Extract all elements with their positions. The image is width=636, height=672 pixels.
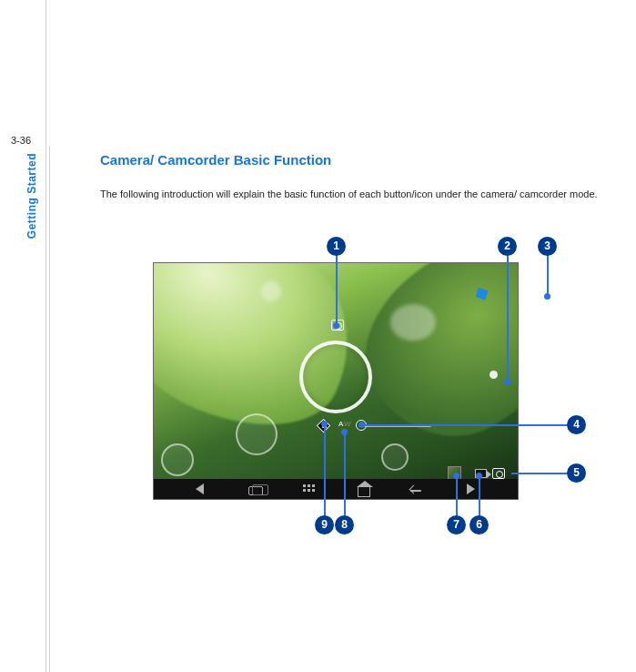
callout-leader-line bbox=[479, 475, 480, 517]
document-page: 3-36 Getting Started Camera/ Camcorder B… bbox=[0, 0, 636, 672]
android-nav-bar bbox=[154, 479, 518, 499]
figure-area: 1 2 3 4 5 6 7 8 9 bbox=[153, 246, 519, 515]
divider-line bbox=[49, 146, 50, 672]
focus-ring-icon bbox=[299, 341, 372, 413]
home-icon bbox=[358, 486, 370, 497]
intro-paragraph: The following introduction will explain … bbox=[100, 184, 636, 205]
callout-badge-2: 2 bbox=[498, 237, 517, 256]
background-decor bbox=[390, 304, 436, 341]
apps-grid-icon bbox=[303, 484, 318, 497]
page-number: 3-36 bbox=[11, 135, 31, 146]
callout-leader-line bbox=[336, 255, 338, 324]
callout-badge-7: 7 bbox=[447, 515, 466, 535]
callout-badge-3: 3 bbox=[538, 237, 557, 256]
background-decor bbox=[261, 281, 281, 301]
callout-badge-6: 6 bbox=[469, 515, 489, 535]
bokeh-circle bbox=[381, 443, 409, 471]
divider-line bbox=[45, 0, 46, 672]
bokeh-circle bbox=[161, 443, 194, 476]
callout-dot bbox=[341, 429, 348, 435]
bokeh-circle bbox=[236, 413, 278, 455]
callout-dot bbox=[476, 473, 482, 479]
callout-dot bbox=[453, 473, 459, 479]
callout-badge-4: 4 bbox=[567, 415, 586, 434]
volume-up-icon bbox=[463, 483, 478, 495]
recent-apps-icon bbox=[248, 486, 263, 495]
shutter-button-icon bbox=[490, 371, 498, 379]
callout-leader-line bbox=[324, 423, 326, 517]
callout-leader-line bbox=[456, 475, 458, 517]
callout-dot bbox=[321, 421, 328, 427]
callout-badge-8: 8 bbox=[335, 515, 354, 535]
callout-leader-line bbox=[361, 424, 569, 426]
content-area: Camera/ Camcorder Basic Function The fol… bbox=[100, 152, 636, 205]
volume-down-icon bbox=[194, 483, 208, 495]
back-icon bbox=[410, 486, 423, 495]
callout-leader-line bbox=[511, 473, 569, 474]
camera-mode-icon bbox=[492, 468, 505, 479]
callout-leader-line bbox=[547, 255, 549, 297]
callout-leader-line bbox=[344, 432, 346, 517]
callout-badge-5: 5 bbox=[567, 463, 586, 483]
callout-dot bbox=[504, 379, 510, 385]
section-heading: Camera/ Camcorder Basic Function bbox=[100, 152, 636, 168]
callout-leader-line bbox=[507, 255, 509, 382]
callout-dot bbox=[358, 422, 365, 428]
sidebar-section-label: Getting Started bbox=[25, 153, 38, 239]
callout-dot bbox=[333, 322, 339, 329]
callout-badge-9: 9 bbox=[315, 515, 334, 535]
callout-dot bbox=[544, 293, 550, 300]
callout-badge-1: 1 bbox=[327, 237, 346, 256]
